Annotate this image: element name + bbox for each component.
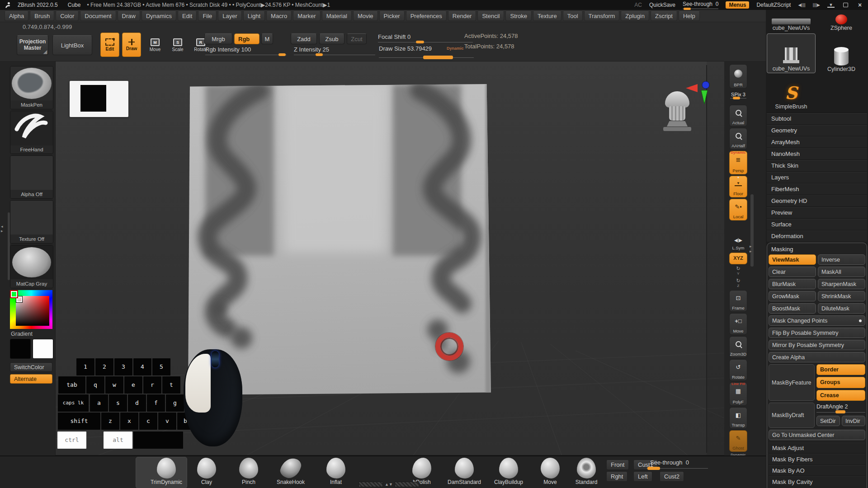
zadd-button[interactable]: Zadd xyxy=(291,33,317,44)
z-axis-button[interactable]: ↻Z xyxy=(729,278,747,289)
head-model[interactable] xyxy=(662,91,692,136)
boostmask-button[interactable]: BoostMask xyxy=(769,303,816,314)
inverse-button[interactable]: Inverse xyxy=(818,254,865,265)
tool-thumbnail-simplebrush[interactable]: SimpleBrush xyxy=(767,75,816,111)
menu-transform[interactable]: Transform xyxy=(584,11,620,21)
menu-movie[interactable]: Movie xyxy=(353,11,378,21)
mirror-posable-symmetry-button[interactable]: Mirror By Posable Symmetry xyxy=(769,340,865,350)
draft-angle-handle[interactable] xyxy=(835,410,845,413)
menu-dynamics[interactable]: Dynamics xyxy=(142,11,176,21)
palette-section-preview[interactable]: Preview xyxy=(767,206,867,218)
mrgb-button[interactable]: Mrgb xyxy=(204,33,232,44)
material-thumbnail-matcap-gray[interactable]: MatCap Gray xyxy=(10,245,53,288)
focal-shift-slider[interactable]: Focal Shift 0 xyxy=(378,33,410,40)
zoom3d-button[interactable]: Zoom3D xyxy=(729,336,747,358)
maskall-button[interactable]: MaskAll xyxy=(818,267,865,277)
xyz-button[interactable]: XYZ xyxy=(729,253,747,264)
rgb-intensity-handle[interactable] xyxy=(278,53,286,56)
focal-shift-track[interactable] xyxy=(378,42,473,42)
brush-damstandard[interactable]: DamStandard xyxy=(444,458,485,485)
brush-cursor[interactable]: + xyxy=(435,333,463,361)
actual-button[interactable]: Actual xyxy=(729,105,747,127)
minimize-icon[interactable]: ▾ xyxy=(827,3,835,8)
projection-master-button[interactable]: Projection Master ◢ xyxy=(17,35,48,55)
draw-size-slider[interactable]: Draw Size 53.79429 xyxy=(379,45,432,52)
palette-section-arraymesh[interactable]: ArrayMesh xyxy=(767,136,867,148)
menu-draw[interactable]: Draw xyxy=(118,11,140,21)
brush-move[interactable]: Move xyxy=(530,458,571,485)
mask-by-ao-row[interactable]: Mask By AO xyxy=(769,465,865,476)
tool-thumbnail-zsphere[interactable]: ZSphere xyxy=(817,11,866,32)
transp-button[interactable]: ◧ Transp xyxy=(729,407,747,429)
document-preview-thumbnail[interactable] xyxy=(70,81,128,117)
growmask-button[interactable]: GrowMask xyxy=(769,291,816,301)
invdir-button[interactable]: InvDir xyxy=(842,416,865,426)
tool-thumbnail-cylinder3d[interactable]: Cylinder3D xyxy=(817,33,866,73)
ghost-button[interactable]: ✎ Ghost xyxy=(729,430,747,452)
stroke-thumbnail-maskpen[interactable]: MaskPen xyxy=(10,66,53,109)
draw-button[interactable]: Draw xyxy=(122,33,141,57)
palette-section-geometryhd[interactable]: Geometry HD xyxy=(767,195,867,206)
create-alpha-button[interactable]: Create Alpha xyxy=(769,352,865,362)
polyf-button[interactable]: Line Fill ▦ PolyF xyxy=(729,382,747,406)
blurmask-button[interactable]: BlurMask xyxy=(769,279,816,289)
palette-section-layers[interactable]: Layers xyxy=(767,171,867,183)
menu-tool[interactable]: Tool xyxy=(563,11,583,21)
rotate-canvas-button[interactable]: ↺ Rotate xyxy=(729,359,747,381)
left-view-button[interactable]: Left xyxy=(633,471,652,482)
menu-edit[interactable]: Edit xyxy=(178,11,197,21)
draft-angle-slider[interactable]: DraftAngle 2 xyxy=(816,403,865,414)
menu-zscript[interactable]: Zscript xyxy=(651,11,677,21)
aahalf-button[interactable]: AAHalf xyxy=(729,128,747,150)
crease-button[interactable]: Crease xyxy=(816,390,865,401)
zsub-button[interactable]: Zsub xyxy=(319,33,344,44)
tray-scroll-arrows-icon[interactable]: ▲▼ xyxy=(385,482,393,487)
border-button[interactable]: Border xyxy=(816,364,865,375)
mask-changed-points-button[interactable]: Mask Changed Points xyxy=(769,315,865,326)
left-tray-divider-arrows[interactable]: ◂▸ xyxy=(1,225,3,234)
menu-layer[interactable]: Layer xyxy=(218,11,242,21)
tray-see-through-slider[interactable]: See-through 0 xyxy=(650,459,689,466)
rgb-intensity-slider[interactable]: Rgb Intensity 100 xyxy=(205,46,251,53)
sharpenmask-button[interactable]: SharpenMask xyxy=(818,279,865,289)
palette-section-surface[interactable]: Surface xyxy=(767,218,867,230)
brush-pinch[interactable]: Pinch xyxy=(228,458,269,485)
rgb-button[interactable]: Rgb xyxy=(234,33,259,44)
menu-stencil[interactable]: Stencil xyxy=(477,11,504,21)
rgb-intensity-track[interactable] xyxy=(205,55,287,55)
viewmask-button[interactable]: ViewMask xyxy=(769,254,816,265)
draw-size-handle[interactable] xyxy=(423,56,453,59)
mask-adjust-row[interactable]: Mask Adjust xyxy=(769,442,865,453)
persp-button[interactable]: Dynamic ≣ Persp xyxy=(729,151,747,174)
menu-document[interactable]: Document xyxy=(80,11,116,21)
palette-section-nanomesh[interactable]: NanoMesh xyxy=(767,148,867,160)
menus-button[interactable]: Menus xyxy=(726,1,749,9)
front-view-button[interactable]: Front xyxy=(606,460,629,470)
stroke-thumbnail-freehand[interactable]: FreeHand xyxy=(10,111,53,154)
groups-button[interactable]: Groups xyxy=(816,377,865,388)
z-intensity-track[interactable] xyxy=(294,55,375,55)
z-intensity-slider[interactable]: Z Intensity 25 xyxy=(294,46,329,53)
tool-thumbnail-cube-newuvs-prev[interactable]: cube_NewUVs xyxy=(767,11,816,32)
dock-left-icon[interactable]: ◀|||| xyxy=(798,3,805,7)
edit-button[interactable]: Edit xyxy=(100,33,119,57)
bpr-button[interactable]: BPR xyxy=(729,64,747,89)
main-color-swatch[interactable] xyxy=(10,339,31,359)
right-shelf-divider-arrows[interactable]: ▸▸ xyxy=(750,244,752,254)
alpha-off-thumbnail[interactable]: Alpha Off xyxy=(10,155,53,199)
brush-trimdynamic[interactable]: TrimDynamic xyxy=(146,458,187,485)
shrinkmask-button[interactable]: ShrinkMask xyxy=(818,291,865,301)
mask-by-cavity-row[interactable]: Mask By Cavity xyxy=(769,476,865,487)
brush-standard[interactable]: Standard xyxy=(566,458,607,485)
secondary-color-swatch[interactable] xyxy=(33,339,53,359)
setdir-button[interactable]: SetDir xyxy=(816,416,840,426)
restore-icon[interactable] xyxy=(842,2,849,8)
menu-alpha[interactable]: Alpha xyxy=(5,11,28,21)
spix-handle[interactable] xyxy=(733,97,740,99)
floor-button[interactable]: ▾ ▼ Floor xyxy=(729,176,747,197)
brush-claybuildup[interactable]: ClayBuildup xyxy=(488,458,529,485)
y-axis-button[interactable]: ↻Y xyxy=(729,266,747,277)
menu-picker[interactable]: Picker xyxy=(379,11,405,21)
z-intensity-handle[interactable] xyxy=(316,53,323,56)
tray-see-through-handle[interactable] xyxy=(647,467,660,470)
